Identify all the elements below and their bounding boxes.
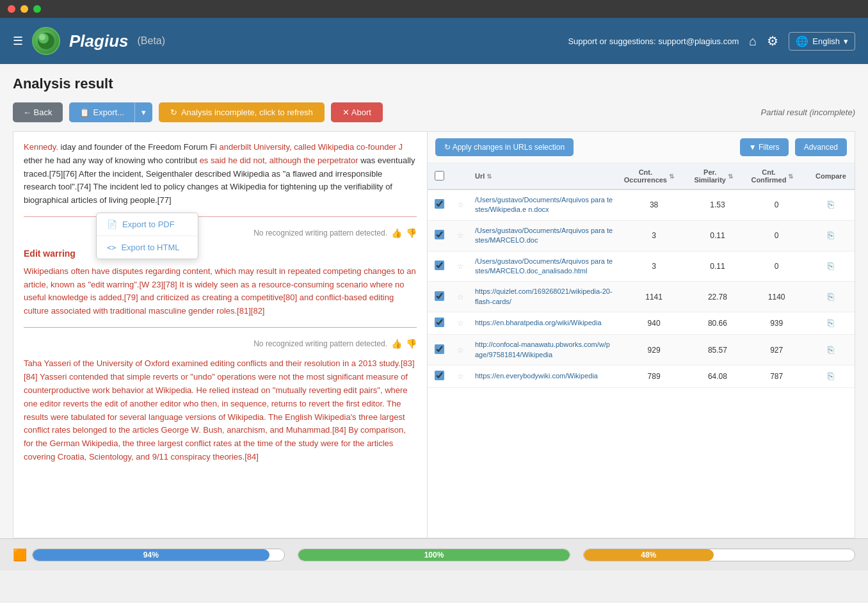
cnt-occ-sort-icon[interactable]: ⇅ — [669, 173, 674, 180]
export-caret-button[interactable]: ▾ — [134, 102, 152, 122]
copy-icon-3[interactable]: ⎘ — [828, 291, 834, 302]
table-row: ☆ /Users/gustavo/Documents/Arquivos para… — [428, 251, 855, 282]
settings-icon[interactable]: ⚙ — [767, 33, 778, 49]
export-pdf-label: Export to PDF — [122, 220, 175, 229]
thumb-down-2[interactable]: 👎 — [406, 337, 417, 351]
col-cnt-confirmed[interactable]: Cnt.Confirmed ⇅ — [746, 163, 807, 189]
row-checkbox-4[interactable] — [435, 318, 444, 327]
copy-icon-5[interactable]: ⎘ — [828, 344, 834, 355]
row-checkbox-0[interactable] — [435, 199, 444, 209]
row-cnt-conf-2: 0 — [746, 251, 807, 282]
divider-1 — [24, 216, 417, 217]
header-right: Support or suggestions: support@plagius.… — [568, 32, 855, 51]
row-url-1: /Users/gustavo/Documents/Arquivos para t… — [470, 220, 619, 251]
row-checkbox-2[interactable] — [435, 261, 444, 270]
row-cnt-occ-0: 38 — [619, 189, 689, 220]
col-url[interactable]: Url ⇅ — [470, 163, 619, 189]
copy-icon-2[interactable]: ⎘ — [828, 261, 834, 271]
header-left: ☰ Plagius (Beta) — [13, 27, 165, 55]
results-table: Url ⇅ Cnt.Occurrences ⇅ — [428, 163, 855, 388]
row-checkbox-1[interactable] — [435, 230, 444, 239]
export-dropdown: 📄 Export to PDF <> Export to HTML — [96, 213, 198, 259]
row-compare-2[interactable]: ⎘ — [807, 251, 855, 282]
back-button[interactable]: ← Back — [13, 102, 63, 122]
compare-label: Compare — [816, 172, 846, 180]
row-star-2[interactable]: ☆ — [451, 251, 470, 282]
row-compare-3[interactable]: ⎘ — [807, 282, 855, 312]
row-url-5: http://confocal-manawatu.pbworks.com/w/p… — [470, 335, 619, 366]
row-checkbox-5[interactable] — [435, 344, 444, 354]
per-sim-sort-icon[interactable]: ⇅ — [728, 173, 733, 180]
row-star-5[interactable]: ☆ — [451, 335, 470, 366]
page-title: Analysis result — [13, 76, 855, 92]
url-col-label: Url — [475, 172, 485, 180]
row-star-0[interactable]: ☆ — [451, 189, 470, 220]
cnt-conf-sort-icon[interactable]: ⇅ — [788, 173, 793, 180]
cnt-conf-label: Cnt.Confirmed — [751, 168, 786, 184]
abort-button[interactable]: ✕ Abort — [331, 102, 383, 122]
progress-group-2: 100% — [298, 549, 570, 561]
copy-icon-0[interactable]: ⎘ — [828, 199, 834, 210]
no-pattern-1: No recognized writing pattern detected. … — [24, 226, 417, 240]
export-html-label: Export to HTML — [121, 243, 179, 252]
col-per-similarity[interactable]: Per.Similarity ⇅ — [689, 163, 746, 189]
copy-icon-6[interactable]: ⎘ — [828, 371, 834, 382]
per-sim-label: Per.Similarity — [694, 168, 726, 184]
row-cnt-occ-2: 3 — [619, 251, 689, 282]
results-table-container: Url ⇅ Cnt.Occurrences ⇅ — [428, 163, 855, 538]
traffic-light-yellow[interactable] — [20, 5, 28, 13]
row-compare-0[interactable]: ⎘ — [807, 189, 855, 220]
row-star-3[interactable]: ☆ — [451, 282, 470, 312]
export-label: Export... — [93, 108, 124, 117]
thumb-up-2[interactable]: 👍 — [391, 337, 402, 351]
pdf-icon: 📄 — [107, 220, 117, 229]
row-cnt-conf-6: 787 — [746, 365, 807, 387]
home-icon[interactable]: ⌂ — [749, 34, 757, 49]
excerpt-1: Kennedy. iday and founder of the Freedom… — [24, 141, 417, 207]
copy-icon-4[interactable]: ⎘ — [828, 318, 834, 328]
language-selector[interactable]: 🌐 English ▾ — [789, 32, 855, 51]
row-cnt-occ-5: 929 — [619, 335, 689, 366]
thumb-up-1[interactable]: 👍 — [391, 226, 402, 240]
col-cnt-occurrences[interactable]: Cnt.Occurrences ⇅ — [619, 163, 689, 189]
menu-icon[interactable]: ☰ — [13, 34, 23, 48]
advanced-button[interactable]: Advanced — [795, 138, 847, 156]
no-pattern-2: No recognized writing pattern detected. … — [24, 337, 417, 351]
col-compare: Compare — [807, 163, 855, 189]
row-compare-5[interactable]: ⎘ — [807, 335, 855, 366]
row-checkbox-6[interactable] — [435, 371, 444, 380]
row-per-sim-2: 0.11 — [689, 251, 746, 282]
col-star — [451, 163, 470, 189]
progress-group-1: 🟧 94% — [13, 548, 285, 562]
url-sort-icon[interactable]: ⇅ — [486, 173, 492, 180]
progress-label-2: 100% — [424, 551, 444, 559]
row-compare-1[interactable]: ⎘ — [807, 220, 855, 251]
app-header: ☰ Plagius (Beta) Support or suggestions:… — [0, 18, 868, 64]
row-compare-4[interactable]: ⎘ — [807, 312, 855, 335]
divider-2 — [24, 327, 417, 328]
progress-bar-wrapper-1: 94% — [32, 549, 285, 561]
row-star-6[interactable]: ☆ — [451, 365, 470, 387]
export-to-pdf-item[interactable]: 📄 Export to PDF — [97, 213, 198, 236]
export-to-html-item[interactable]: <> Export to HTML — [97, 236, 198, 259]
export-button[interactable]: 📋 Export... — [69, 102, 134, 122]
row-star-4[interactable]: ☆ — [451, 312, 470, 335]
filters-button[interactable]: ▼ Filters — [740, 138, 789, 156]
row-compare-6[interactable]: ⎘ — [807, 365, 855, 387]
copy-icon-1[interactable]: ⎘ — [828, 230, 834, 241]
row-checkbox-cell — [428, 189, 451, 220]
globe-icon: 🌐 — [796, 35, 808, 47]
row-cnt-occ-4: 940 — [619, 312, 689, 335]
toolbar: ← Back 📋 Export... ▾ 📄 Export to PDF <> … — [13, 102, 855, 122]
refresh-button[interactable]: ↻ Analysis incomplete, click to refresh — [159, 102, 325, 122]
traffic-light-red[interactable] — [8, 5, 15, 13]
row-cnt-conf-3: 1140 — [746, 282, 807, 312]
right-panel: ↻ Apply changes in URLs selection ▼ Filt… — [428, 131, 855, 538]
thumb-down-1[interactable]: 👎 — [406, 226, 417, 240]
traffic-light-green[interactable] — [33, 5, 41, 13]
apply-changes-button[interactable]: ↻ Apply changes in URLs selection — [435, 138, 574, 156]
row-checkbox-3[interactable] — [435, 291, 444, 301]
row-star-1[interactable]: ☆ — [451, 220, 470, 251]
progress-bar-1: 94% — [33, 549, 269, 561]
select-all-checkbox[interactable] — [435, 171, 444, 181]
